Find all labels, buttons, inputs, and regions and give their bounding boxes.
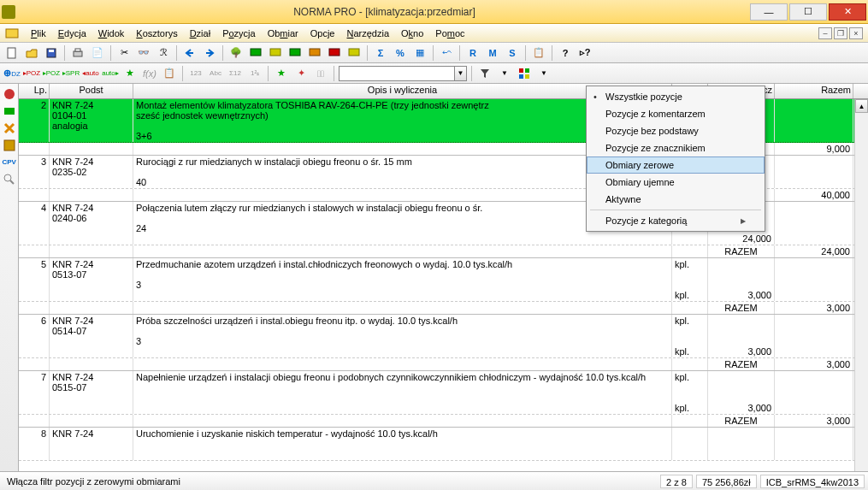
close-button[interactable]: ✕: [829, 3, 866, 21]
menu-plik[interactable]: Plik: [29, 27, 48, 39]
doc-icon2[interactable]: 📋: [530, 44, 547, 62]
svg-rect-9: [310, 49, 320, 56]
table-row[interactable]: 6KNR 7-240514-07Próba szczelności urządz…: [19, 315, 868, 358]
abc-button[interactable]: Abc: [207, 65, 224, 82]
sigma12-button[interactable]: Σ12: [227, 65, 244, 82]
table-row[interactable]: 8KNR 7-24Uruchomienie i uzyskanie niskic…: [19, 428, 868, 461]
vertical-scrollbar[interactable]: ▲ ▼: [854, 99, 868, 490]
save-button[interactable]: [43, 44, 60, 62]
menu-kosztorys[interactable]: Kosztorys: [134, 27, 179, 39]
chevron-down-icon[interactable]: ▼: [454, 67, 466, 80]
minimize-button[interactable]: —: [750, 3, 788, 21]
fx-button[interactable]: f(x): [141, 65, 158, 82]
redo-button[interactable]: [201, 44, 218, 62]
context-help-icon[interactable]: ▹?: [576, 44, 593, 62]
filter-funnel-button[interactable]: [476, 65, 493, 82]
open-button[interactable]: [23, 44, 40, 62]
svg-rect-5: [75, 49, 80, 51]
menu-narzędzia[interactable]: Narzędzia: [345, 27, 392, 39]
filter-option[interactable]: Obmiary zerowe: [587, 156, 765, 174]
print-preview-button[interactable]: 📄: [89, 44, 106, 62]
menu-obmiar[interactable]: Obmiar: [266, 27, 300, 39]
menu-widok[interactable]: Widok: [97, 27, 127, 39]
auto-right-button[interactable]: auto▸: [102, 65, 119, 82]
undo-button[interactable]: [181, 44, 198, 62]
pow-button[interactable]: 1²₂: [246, 65, 263, 82]
poz-add-button[interactable]: ▸POZ: [43, 65, 60, 82]
filter-option[interactable]: Pozycje z komentarzem: [587, 105, 765, 122]
paste-button[interactable]: 📋: [161, 65, 178, 82]
toolbar-main: 📄 ✂ 👓 ℛ 🌳 Σ % ▦ ⬿ R M S 📋 ? ▹?: [0, 43, 868, 63]
menu-opcje[interactable]: Opcje: [309, 27, 337, 39]
menu-dział[interactable]: Dział: [188, 27, 212, 39]
filter-option[interactable]: Aktywne: [587, 191, 765, 208]
print-button[interactable]: [69, 44, 86, 62]
menu-pozycja[interactable]: Pozycja: [221, 27, 257, 39]
monitor3-icon[interactable]: [286, 44, 304, 62]
svg-rect-4: [74, 51, 82, 56]
filter-option[interactable]: Pozycje bez podstawy: [587, 122, 765, 139]
filter-option[interactable]: Pozycje z kategorią: [587, 212, 765, 229]
col-podst[interactable]: Podst: [50, 84, 133, 98]
tree-icon[interactable]: 🌳: [227, 44, 245, 62]
svg-rect-12: [519, 68, 523, 73]
starred-button[interactable]: ✦: [292, 65, 310, 82]
letter-r-icon[interactable]: R: [464, 44, 481, 62]
auto-left-button[interactable]: ◂auto: [82, 65, 99, 82]
poz-insert-button[interactable]: ▸POZ: [23, 65, 40, 82]
filter-option[interactable]: Obmiary ujemne: [587, 174, 765, 191]
doc-icon: [5, 27, 19, 40]
side-icon-3[interactable]: [3, 121, 16, 135]
svg-rect-18: [4, 140, 15, 151]
menu-okno[interactable]: Okno: [399, 27, 425, 39]
side-cpv-icon[interactable]: CPV: [3, 156, 16, 169]
monitor5-icon[interactable]: [326, 44, 343, 62]
monitor2-icon[interactable]: [267, 44, 284, 62]
monitor6-icon[interactable]: [345, 44, 363, 62]
svg-point-19: [4, 174, 11, 181]
col-lp[interactable]: Lp.: [19, 84, 50, 98]
side-icon-1[interactable]: [3, 87, 16, 101]
num123-button[interactable]: 123: [187, 65, 204, 82]
colors-button[interactable]: [516, 65, 533, 82]
letter-m-icon[interactable]: M: [484, 44, 501, 62]
menu-pomoc[interactable]: Pomoc: [434, 27, 466, 39]
mdi-close-button[interactable]: ×: [849, 27, 863, 39]
help-icon[interactable]: ?: [557, 44, 574, 62]
colors-dropdown-button[interactable]: ▼: [535, 65, 552, 82]
table-row[interactable]: 7KNR 7-240515-07Napełnienie urządzeń i i…: [19, 371, 868, 415]
letter-s-icon[interactable]: S: [504, 44, 521, 62]
replace-button[interactable]: ℛ: [155, 44, 172, 62]
monitor4-icon[interactable]: [306, 44, 323, 62]
left-sidebar: CPV: [0, 84, 19, 490]
filter-option[interactable]: Wszystkie pozycje: [587, 88, 765, 105]
binoculars-icon[interactable]: 👓: [135, 44, 152, 62]
filter-dropdown-button[interactable]: ▼: [496, 65, 513, 82]
mdi-restore-button[interactable]: ❐: [834, 27, 847, 39]
side-icon-4[interactable]: [3, 139, 16, 152]
star2-button[interactable]: ★: [273, 65, 290, 82]
sum-icon[interactable]: Σ: [372, 44, 389, 62]
scroll-up-button[interactable]: ▲: [855, 99, 868, 113]
filter-combo[interactable]: ▼: [339, 66, 467, 81]
col-razem[interactable]: Razem: [775, 84, 853, 98]
percent-icon[interactable]: %: [392, 44, 409, 62]
cut-button[interactable]: ✂: [115, 44, 133, 62]
grid-icon[interactable]: ▦: [411, 44, 428, 62]
menu-edycja[interactable]: Edycja: [56, 27, 88, 39]
maximize-button[interactable]: ☐: [789, 3, 827, 21]
side-search-icon[interactable]: [3, 173, 16, 186]
side-icon-2[interactable]: [3, 104, 16, 118]
new-button[interactable]: [3, 44, 21, 62]
table-row-summary: RAZEM3,000: [19, 415, 868, 428]
spr-button[interactable]: ▸SPR: [62, 65, 80, 82]
star-button[interactable]: ★: [121, 65, 139, 82]
mdi-minimize-button[interactable]: –: [818, 27, 832, 39]
nostar-button[interactable]: ✦⃠: [312, 65, 329, 82]
svg-rect-7: [270, 49, 280, 56]
table-row[interactable]: 5KNR 7-240513-07Przedmuchanie azotem urz…: [19, 258, 868, 302]
chart-icon[interactable]: ⬿: [438, 44, 455, 62]
dz-button[interactable]: ⊕DZ: [3, 65, 21, 82]
filter-option[interactable]: Pozycje ze znacznikiem: [587, 139, 765, 156]
monitor1-icon[interactable]: [247, 44, 264, 62]
